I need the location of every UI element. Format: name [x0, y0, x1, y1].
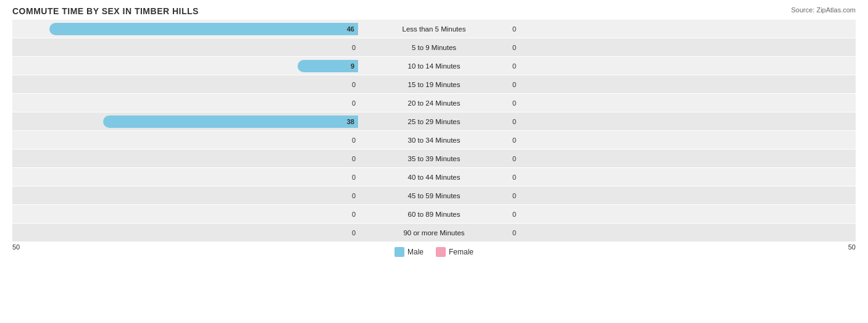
table-row: 045 to 59 Minutes0 [12, 187, 856, 204]
row-label: Less than 5 Minutes [358, 25, 510, 33]
legend-female-box [436, 247, 446, 257]
row-label: 10 to 14 Minutes [358, 62, 510, 70]
male-bar-container: 0 [12, 229, 358, 237]
male-bar-container: 0 [12, 136, 358, 144]
male-value: 0 [349, 44, 358, 51]
legend-female-label: Female [449, 248, 474, 256]
female-bar-container: 0 [510, 192, 856, 199]
male-value: 0 [349, 229, 358, 237]
female-bar-container: 0 [510, 229, 856, 237]
table-row: 060 to 89 Minutes0 [12, 205, 856, 223]
female-value: 0 [510, 62, 519, 70]
female-value: 0 [510, 192, 519, 199]
legend: Male Female [394, 247, 474, 257]
male-bar-container: 0 [12, 81, 358, 88]
row-label: 45 to 59 Minutes [358, 192, 510, 199]
axis-left: 50 [12, 243, 20, 257]
row-label: 20 to 24 Minutes [358, 99, 510, 107]
row-label: 40 to 44 Minutes [358, 174, 510, 181]
female-value: 0 [510, 174, 519, 181]
female-bar-container: 0 [510, 62, 856, 70]
axis-labels: 50 Male Female 50 [12, 243, 856, 257]
source-label: Source: ZipAtlas.com [791, 6, 856, 14]
male-value: 0 [349, 99, 358, 107]
male-value: 0 [349, 192, 358, 199]
row-label: 5 to 9 Minutes [358, 44, 510, 51]
female-value: 0 [510, 99, 519, 107]
male-value: 46 [347, 25, 354, 33]
male-value: 9 [351, 62, 354, 70]
female-value: 0 [510, 81, 519, 88]
male-bar: 46 [49, 23, 358, 35]
table-row: 9 10 to 14 Minutes0 [12, 57, 856, 75]
female-bar-container: 0 [510, 99, 856, 107]
table-row: 035 to 39 Minutes0 [12, 149, 856, 167]
female-value: 0 [510, 155, 519, 162]
male-bar: 38 [103, 115, 358, 128]
male-value: 38 [347, 118, 354, 125]
male-bar-container: 0 [12, 155, 358, 162]
male-bar-container: 46 [12, 23, 358, 35]
male-bar-container: 0 [12, 174, 358, 181]
female-bar-container: 0 [510, 174, 856, 181]
chart-container: COMMUTE TIME BY SEX IN TIMBER HILLS Sour… [0, 0, 868, 323]
male-value: 0 [349, 81, 358, 88]
female-value: 0 [510, 118, 519, 125]
table-row: 040 to 44 Minutes0 [12, 168, 856, 186]
male-bar-container: 0 [12, 44, 358, 51]
male-value: 0 [349, 136, 358, 144]
male-bar-container: 38 [12, 115, 358, 128]
chart-wrapper: 46 Less than 5 Minutes005 to 9 Minutes0 … [12, 20, 856, 257]
row-label: 30 to 34 Minutes [358, 136, 510, 144]
male-value: 0 [349, 174, 358, 181]
female-value: 0 [510, 229, 519, 237]
legend-female: Female [436, 247, 474, 257]
table-row: 030 to 34 Minutes0 [12, 131, 856, 149]
axis-right: 50 [848, 243, 856, 257]
legend-male: Male [394, 247, 424, 257]
female-value: 0 [510, 25, 519, 33]
male-bar: 9 [298, 60, 358, 72]
row-label: 90 or more Minutes [358, 229, 510, 237]
male-bar-container: 0 [12, 211, 358, 218]
female-bar-container: 0 [510, 118, 856, 125]
table-row: 090 or more Minutes0 [12, 224, 856, 241]
female-bar-container: 0 [510, 44, 856, 51]
female-bar-container: 0 [510, 25, 856, 33]
female-value: 0 [510, 44, 519, 51]
female-value: 0 [510, 211, 519, 218]
female-bar-container: 0 [510, 136, 856, 144]
rows-container: 46 Less than 5 Minutes005 to 9 Minutes0 … [12, 20, 856, 242]
table-row: 05 to 9 Minutes0 [12, 38, 856, 56]
legend-male-label: Male [407, 248, 424, 256]
legend-male-box [394, 247, 404, 257]
row-label: 35 to 39 Minutes [358, 155, 510, 162]
row-label: 60 to 89 Minutes [358, 211, 510, 218]
male-value: 0 [349, 211, 358, 218]
table-row: 38 25 to 29 Minutes0 [12, 112, 856, 130]
chart-title: COMMUTE TIME BY SEX IN TIMBER HILLS [12, 6, 856, 16]
table-row: 020 to 24 Minutes0 [12, 94, 856, 112]
male-bar-container: 9 [12, 60, 358, 72]
table-row: 015 to 19 Minutes0 [12, 75, 856, 93]
female-bar-container: 0 [510, 211, 856, 218]
male-value: 0 [349, 155, 358, 162]
row-label: 15 to 19 Minutes [358, 81, 510, 88]
female-bar-container: 0 [510, 81, 856, 88]
table-row: 46 Less than 5 Minutes0 [12, 20, 856, 38]
female-bar-container: 0 [510, 155, 856, 162]
female-value: 0 [510, 136, 519, 144]
row-label: 25 to 29 Minutes [358, 118, 510, 125]
male-bar-container: 0 [12, 192, 358, 199]
male-bar-container: 0 [12, 99, 358, 107]
